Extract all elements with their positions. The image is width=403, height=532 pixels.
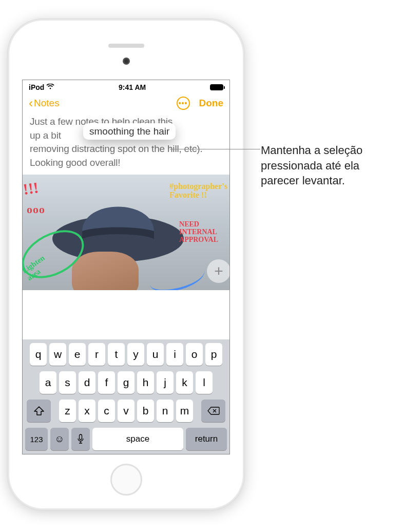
key-f[interactable]: f xyxy=(98,371,115,394)
screen: iPod 9:41 AM ‹ Notes ••• Done xyxy=(22,80,230,454)
key-space[interactable]: space xyxy=(92,428,183,450)
callout-text: Mantenha a seleção pressionada até ela p… xyxy=(261,143,394,188)
backspace-icon xyxy=(207,407,220,415)
back-button[interactable]: ‹ Notes xyxy=(29,98,60,109)
key-m[interactable]: m xyxy=(176,400,193,422)
annotation-circles: ooo xyxy=(27,203,45,216)
status-bar: iPod 9:41 AM xyxy=(23,80,229,92)
key-x[interactable]: x xyxy=(79,400,95,422)
key-w[interactable]: w xyxy=(49,343,66,366)
annotation-need-approval: NEEDINTERNALAPPROVAL xyxy=(179,221,218,243)
svg-rect-1 xyxy=(80,434,82,440)
add-attachment-button[interactable]: + xyxy=(207,259,230,283)
device-camera xyxy=(123,58,130,65)
callout-line xyxy=(170,149,260,149)
key-i[interactable]: i xyxy=(166,343,183,366)
key-c[interactable]: c xyxy=(98,400,115,422)
key-e[interactable]: e xyxy=(69,343,86,366)
key-j[interactable]: j xyxy=(157,371,174,394)
nav-bar: ‹ Notes ••• Done xyxy=(23,92,229,115)
mic-icon xyxy=(77,434,84,444)
key-shift[interactable] xyxy=(27,400,51,422)
key-p[interactable]: p xyxy=(205,343,222,366)
plus-icon: + xyxy=(214,262,223,280)
key-v[interactable]: v xyxy=(118,400,135,422)
done-button[interactable]: Done xyxy=(199,98,224,109)
carrier-label: iPod xyxy=(29,83,44,91)
key-d[interactable]: d xyxy=(79,371,95,394)
chevron-left-icon: ‹ xyxy=(29,98,33,108)
shift-icon xyxy=(34,406,44,415)
key-z[interactable]: z xyxy=(59,400,76,422)
key-g[interactable]: g xyxy=(118,371,135,394)
note-image[interactable]: !!! ooo #photographer'sFavorite !! NEEDI… xyxy=(22,175,230,290)
key-return[interactable]: return xyxy=(186,428,227,450)
key-r[interactable]: r xyxy=(88,343,105,366)
key-h[interactable]: h xyxy=(137,371,154,394)
key-l[interactable]: l xyxy=(196,371,213,394)
key-numbers[interactable]: 123 xyxy=(25,428,48,450)
key-emoji[interactable]: ☺ xyxy=(50,428,69,450)
more-button[interactable]: ••• xyxy=(177,97,190,110)
key-u[interactable]: u xyxy=(147,343,164,366)
keyboard: q w e r t y u i o p a s d f g h j k l xyxy=(23,339,229,454)
home-button[interactable] xyxy=(110,464,142,496)
key-k[interactable]: k xyxy=(176,371,193,394)
key-b[interactable]: b xyxy=(137,400,154,422)
ellipsis-icon: ••• xyxy=(179,99,188,107)
key-t[interactable]: t xyxy=(108,343,125,366)
key-y[interactable]: y xyxy=(127,343,144,366)
face-drawing xyxy=(72,252,139,290)
emoji-icon: ☺ xyxy=(54,433,64,445)
key-backspace[interactable] xyxy=(201,400,225,422)
key-s[interactable]: s xyxy=(59,371,76,394)
clock: 9:41 AM xyxy=(119,83,146,91)
key-q[interactable]: q xyxy=(30,343,47,366)
back-label: Notes xyxy=(34,98,60,109)
key-o[interactable]: o xyxy=(186,343,203,366)
annotation-favorite: #photographer'sFavorite !! xyxy=(169,182,227,200)
key-n[interactable]: n xyxy=(157,400,174,422)
annotation-exclamation: !!! xyxy=(22,179,40,198)
key-dictate[interactable] xyxy=(71,428,90,450)
key-a[interactable]: a xyxy=(40,371,56,394)
battery-icon xyxy=(210,84,223,90)
lifted-selection[interactable]: smoothing the hair xyxy=(83,123,176,140)
device-frame: iPod 9:41 AM ‹ Notes ••• Done xyxy=(9,21,243,508)
wifi-icon xyxy=(46,83,54,91)
lifted-text: smoothing the hair xyxy=(89,126,169,137)
